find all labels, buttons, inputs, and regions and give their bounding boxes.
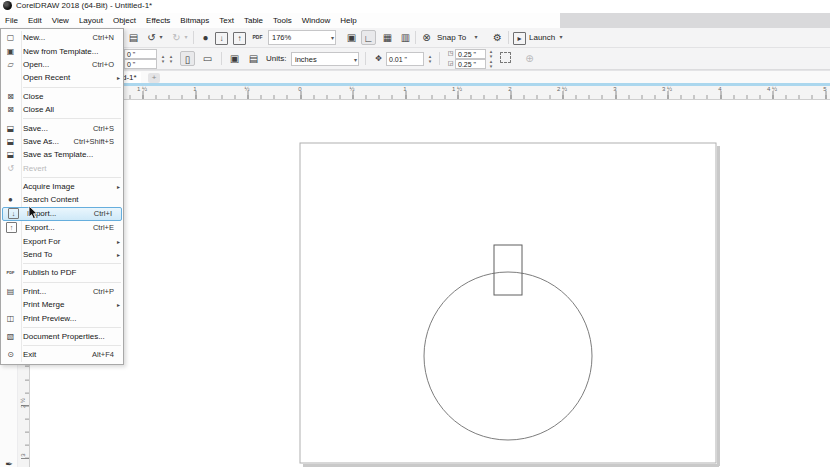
- menu-item-icon: [6, 222, 17, 233]
- menu-separator: [23, 83, 121, 88]
- menu-item-close[interactable]: Close: [1, 90, 123, 103]
- menu-item-icon: [3, 47, 18, 56]
- menu-item-shortcut: Ctrl+I: [94, 209, 112, 218]
- menu-item-print-merge[interactable]: Print Merge ▸: [1, 298, 123, 311]
- menu-item-label: Exit: [23, 350, 36, 359]
- menu-item-label: Save...: [23, 124, 48, 133]
- menu-item-search-content[interactable]: Search Content: [1, 193, 123, 206]
- menu-item-label: Export...: [25, 223, 55, 232]
- menu-item-label: Search Content: [23, 195, 79, 204]
- menu-item-label: Print...: [23, 287, 46, 296]
- menu-item-label: Save As...: [23, 137, 59, 146]
- menu-item-icon: [3, 137, 18, 146]
- menu-item-shortcut: Ctrl+S: [93, 124, 114, 133]
- menu-item-print[interactable]: Print... Ctrl+P: [1, 285, 123, 298]
- menu-item-shortcut: Ctrl+P: [93, 287, 114, 296]
- menu-item-label: New from Template...: [23, 47, 98, 56]
- page-shadow: [717, 146, 720, 466]
- menu-item-export-for[interactable]: Export For ▸: [1, 234, 123, 247]
- menu-item-icon: [8, 208, 19, 219]
- drawing-layer[interactable]: [0, 0, 830, 467]
- menu-item-icon: [3, 270, 18, 275]
- ruler-ticks: [30, 91, 830, 99]
- menu-item-label: Open Recent: [23, 73, 70, 82]
- menu-item-shortcut: Ctrl+E: [93, 223, 114, 232]
- menu-item-icon: [3, 92, 18, 101]
- menu-separator: [23, 323, 121, 328]
- menu-separator: [23, 341, 121, 346]
- ruler-label: 3: [20, 450, 26, 460]
- file-menu: New... Ctrl+N New from Template... Open.…: [0, 28, 124, 365]
- menu-item-import[interactable]: Import... Ctrl+I: [2, 207, 122, 221]
- menu-item-label: Acquire Image: [23, 182, 75, 191]
- menu-item-label: Save as Template...: [23, 150, 93, 159]
- menu-item-label: Send To: [23, 250, 52, 259]
- menu-item-new[interactable]: New... Ctrl+N: [1, 31, 123, 44]
- ruler-label: 0: [298, 86, 301, 92]
- menu-item-label: Close: [23, 92, 43, 101]
- menu-separator: [23, 173, 121, 178]
- menu-item-label: Document Properties...: [23, 332, 105, 341]
- menu-item-icon: [3, 332, 18, 341]
- menu-separator: [23, 114, 121, 119]
- mouse-cursor-icon: [28, 206, 39, 221]
- menu-item-icon: [3, 287, 18, 296]
- menu-item-label: Print Preview...: [23, 314, 76, 323]
- menu-item-label: Open...: [23, 60, 49, 69]
- menu-item-save-as[interactable]: Save As... Ctrl+Shift+S: [1, 135, 123, 148]
- menu-item-save[interactable]: Save... Ctrl+S: [1, 121, 123, 134]
- submenu-arrow-icon: ▸: [114, 183, 120, 190]
- ruler-label: 4 ½: [767, 86, 777, 92]
- menu-item-acquire-image[interactable]: Acquire Image ▸: [1, 180, 123, 193]
- menu-item-icon: [3, 60, 18, 69]
- ruler-label: 1 ½: [137, 86, 147, 92]
- ruler-label: 3: [613, 86, 616, 92]
- ruler-label: ½: [244, 86, 249, 92]
- menu-item-label: New...: [23, 33, 45, 42]
- menu-item-label: Revert: [23, 164, 47, 173]
- menu-item-shortcut: Alt+F4: [92, 350, 114, 359]
- submenu-arrow-icon: ▸: [114, 74, 120, 81]
- menu-item-icon: [3, 195, 18, 204]
- ruler-label: 5: [823, 86, 826, 92]
- menu-item-label: Print Merge: [23, 300, 64, 309]
- menu-item-shortcut: Ctrl+O: [92, 60, 114, 69]
- menu-item-save-as-template[interactable]: Save as Template...: [1, 148, 123, 161]
- menu-item-icon: [3, 164, 18, 173]
- menu-item-exit[interactable]: Exit Alt+F4: [1, 348, 123, 361]
- menu-item-export[interactable]: Export... Ctrl+E: [1, 221, 123, 234]
- ruler-label: 4: [718, 86, 721, 92]
- ruler-label: 2: [508, 86, 511, 92]
- menu-item-new-from-template[interactable]: New from Template...: [1, 44, 123, 57]
- ruler-label: 2 ½: [557, 86, 567, 92]
- menu-item-label: Close All: [23, 105, 54, 114]
- menu-item-icon: [3, 33, 18, 42]
- menu-item-icon: [3, 350, 18, 359]
- submenu-arrow-icon: ▸: [114, 301, 120, 308]
- menu-item-icon: [3, 105, 18, 114]
- pen-tool-icon[interactable]: ✒: [2, 457, 16, 467]
- menu-item-shortcut: Ctrl+N: [93, 33, 114, 42]
- ruler-label: 3 ½: [662, 86, 672, 92]
- menu-item-icon: [3, 150, 18, 159]
- menu-item-icon: [3, 124, 18, 133]
- ruler-label: ½: [349, 86, 354, 92]
- menu-separator: [23, 278, 121, 283]
- ruler-label: 1: [403, 86, 406, 92]
- coreldraw-window: CorelDRAW 2018 (64-Bit) - Untitled-1* Fi…: [0, 0, 830, 467]
- menu-item-label: Publish to PDF: [23, 268, 76, 277]
- menu-item-shortcut: Ctrl+Shift+S: [74, 137, 114, 146]
- menu-separator: [23, 259, 121, 264]
- menu-item-label: Export For: [23, 237, 60, 246]
- horizontal-ruler[interactable]: 1 ½ 1 ½ 0 ½ 1 1 ½ 2 2 ½ 3 3 ½ 4: [30, 86, 830, 100]
- ruler-label: 1 ½: [452, 86, 462, 92]
- page-border: [300, 143, 716, 463]
- ruler-label: 1: [193, 86, 196, 92]
- submenu-arrow-icon: ▸: [114, 238, 120, 245]
- menu-item-open[interactable]: Open... Ctrl+O: [1, 58, 123, 71]
- submenu-arrow-icon: ▸: [114, 251, 120, 258]
- menu-item-icon: [3, 314, 18, 323]
- ruler-label: 2 ½: [20, 398, 26, 408]
